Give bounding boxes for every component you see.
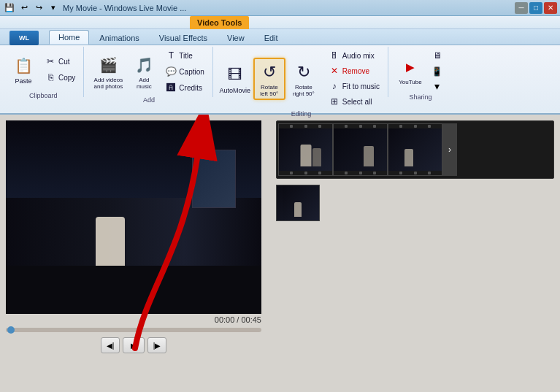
redo-quick-btn[interactable]: ↪ — [32, 1, 45, 15]
scene-floor — [6, 266, 261, 314]
dot — [345, 125, 348, 128]
fit-to-music-icon: ♪ — [329, 80, 340, 92]
quick-access-toolbar: 💾 ↩ ↪ ▾ — [3, 1, 60, 15]
dot — [373, 125, 376, 128]
film-frame-2[interactable] — [333, 123, 388, 176]
playback-controls: ◀| ▶ |▶ — [6, 334, 261, 356]
play-button[interactable]: ▶ — [123, 337, 145, 353]
frame-person — [364, 146, 374, 166]
dot — [304, 125, 307, 128]
add-videos-button[interactable]: 🎬 Add videos and photos — [90, 50, 126, 93]
title-icon: T — [165, 50, 177, 61]
ribbon-tabs: WL Home Animations Visual Effects View E… — [0, 29, 560, 45]
ribbon-content: 📋 Paste ✂ Cut ⎘ Copy Clipboard — [0, 45, 560, 99]
rotate-right-icon: ↻ — [292, 61, 315, 84]
youtube-icon: ▶ — [399, 55, 422, 79]
title-bar: 💾 ↩ ↪ ▾ My Movie - Windows Live Movie ..… — [0, 0, 560, 16]
undo-quick-btn[interactable]: ↩ — [18, 1, 31, 15]
rotate-right-button[interactable]: ↻ Rotate right 90° — [288, 58, 320, 100]
add-music-icon: 🎵 — [132, 53, 156, 77]
film-dots-bottom-3 — [388, 171, 442, 175]
time-display: 00:00 / 00:45 — [6, 314, 261, 326]
caption-icon: 💬 — [165, 66, 177, 77]
add-buttons: 🎬 Add videos and photos 🎵 Add music T Ti… — [90, 48, 207, 95]
group-add: 🎬 Add videos and photos 🎵 Add music T Ti… — [85, 47, 212, 97]
scene-object — [192, 150, 236, 208]
strip-next-button[interactable]: › — [442, 123, 457, 176]
dot — [290, 125, 293, 128]
rotate-left-button[interactable]: ↺ Rotate left 90° — [253, 58, 285, 100]
video-preview — [6, 120, 261, 314]
film-frame-3[interactable] — [388, 123, 442, 176]
audio-mix-button[interactable]: 🎚 Audio mix — [325, 48, 383, 63]
next-frame-button[interactable]: |▶ — [147, 337, 166, 353]
youtube-button[interactable]: ▶ YouTube — [394, 49, 426, 91]
frame-person — [404, 149, 413, 166]
frame-bg — [334, 128, 387, 171]
maximize-button[interactable]: □ — [529, 2, 542, 14]
remove-icon: ✕ — [329, 65, 340, 77]
title-button[interactable]: T Title — [161, 48, 207, 63]
seekbar-container[interactable] — [6, 326, 261, 334]
film-dots-bottom-2 — [334, 171, 387, 175]
frame-scene-2 — [334, 128, 387, 171]
select-all-icon: ⊞ — [329, 96, 340, 107]
credits-button[interactable]: 🅰 Credits — [161, 80, 207, 95]
dot — [428, 172, 431, 174]
add-videos-icon: 🎬 — [96, 53, 120, 77]
tab-visual-effects[interactable]: Visual Effects — [150, 30, 217, 45]
dot — [290, 172, 293, 174]
tab-home[interactable]: Home — [49, 30, 89, 45]
dot — [359, 172, 362, 174]
sharing-phone-icon: 📱 — [431, 66, 443, 77]
sharing-more-btn2[interactable]: 📱 — [428, 64, 447, 79]
tab-wlm[interactable]: WL — [0, 30, 48, 45]
film-dots-bottom-1 — [279, 171, 332, 175]
dot — [414, 125, 417, 128]
tab-animations[interactable]: Animations — [90, 30, 148, 45]
fit-to-music-button[interactable]: ♪ Fit to music — [325, 79, 383, 93]
seekbar-thumb[interactable] — [7, 326, 15, 334]
clipboard-buttons: 📋 Paste ✂ Cut ⎘ Copy — [7, 48, 79, 91]
sharing-dropdown[interactable]: ▾ — [433, 80, 441, 92]
dropdown-quick-btn[interactable]: ▾ — [47, 1, 60, 15]
automovie-icon: 🎞 — [223, 64, 247, 87]
film-frame-1[interactable] — [278, 123, 333, 176]
automovie-button[interactable]: 🎞 AutoMovie — [219, 58, 251, 100]
editing-top-row: 🎞 AutoMovie ↺ Rotate left 90° ↻ Rotate r… — [219, 48, 383, 109]
copy-button[interactable]: ⎘ Copy — [41, 70, 79, 85]
tab-edit[interactable]: Edit — [255, 30, 288, 45]
caption-button[interactable]: 💬 Caption — [161, 64, 207, 79]
sharing-buttons: ▶ YouTube 🖥 📱 ▾ — [394, 48, 447, 92]
video-tools-bar: Video Tools — [0, 16, 560, 29]
cut-button[interactable]: ✂ Cut — [41, 54, 79, 69]
sharing-more-btn[interactable]: 🖥 — [428, 48, 447, 63]
select-all-button[interactable]: ⊞ Select all — [325, 94, 383, 109]
paste-button[interactable]: 📋 Paste — [7, 48, 39, 91]
remove-button[interactable]: ✕ Remove — [325, 64, 383, 78]
thumb-figure — [294, 202, 302, 217]
frame-scene-1 — [279, 128, 332, 171]
close-button[interactable]: ✕ — [544, 2, 557, 14]
thumb-preview[interactable] — [276, 185, 320, 221]
sharing-label: Sharing — [409, 92, 431, 101]
sharing-more: 🖥 📱 ▾ — [428, 48, 447, 92]
dot — [414, 172, 417, 174]
tab-view[interactable]: View — [218, 30, 254, 45]
wlm-logo[interactable]: WL — [9, 31, 39, 45]
dot — [373, 172, 376, 174]
video-tools-tab[interactable]: Video Tools — [190, 16, 249, 29]
save-quick-btn[interactable]: 💾 — [3, 1, 16, 15]
add-music-button[interactable]: 🎵 Add music — [128, 50, 160, 93]
prev-frame-button[interactable]: ◀| — [101, 337, 120, 353]
frame-scene-3 — [388, 128, 442, 171]
cut-icon: ✂ — [45, 55, 56, 67]
seekbar[interactable] — [6, 328, 261, 332]
sharing-monitor-icon: 🖥 — [431, 50, 443, 61]
film-strip: › — [276, 120, 554, 179]
dot — [399, 172, 402, 174]
main-content: 00:00 / 00:45 ◀| ▶ |▶ — [0, 115, 560, 392]
audio-mix-icon: 🎚 — [329, 50, 340, 61]
minimize-button[interactable]: ─ — [515, 2, 528, 14]
window-controls: ─ □ ✕ — [515, 2, 557, 14]
